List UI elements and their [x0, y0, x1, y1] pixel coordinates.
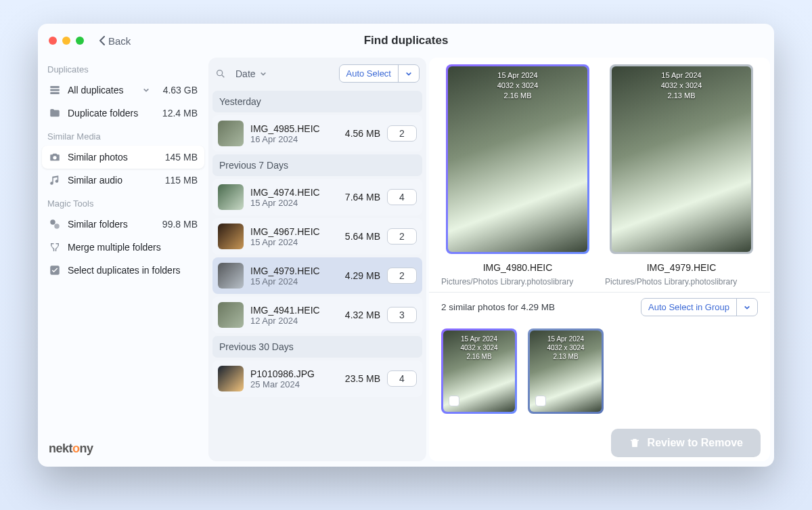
item-size: 23.5 MB — [345, 373, 380, 384]
sidebar-item-label: Select duplicates in folders — [68, 265, 198, 276]
chevron-down-icon — [405, 70, 412, 77]
image-path: Pictures/Photos Library.photoslibrary — [605, 273, 758, 292]
item-name: IMG_4985.HEIC — [250, 123, 338, 134]
fullscreen-window-button[interactable] — [76, 37, 84, 45]
item-size: 5.64 MB — [345, 231, 380, 242]
item-date: 16 Apr 2024 — [250, 134, 338, 144]
select-checkbox[interactable] — [535, 396, 546, 406]
sidebar-item-value: 145 MB — [165, 152, 198, 163]
list-item[interactable]: P1010986.JPG 25 Mar 2024 23.5 MB 4 — [212, 360, 422, 397]
group-header: Previous 7 Days — [212, 154, 422, 176]
sidebar-section-similar-media: Similar Media — [42, 125, 204, 146]
meta-size: 2.13 MB — [612, 91, 751, 101]
group-thumb[interactable]: 15 Apr 2024 4032 x 3024 2.16 MB — [441, 328, 517, 414]
item-count[interactable]: 2 — [387, 125, 417, 142]
image-name: IMG_4979.HEIC — [647, 262, 717, 273]
meta-date: 15 Apr 2024 — [612, 70, 751, 81]
meta-dimensions: 4032 x 3024 — [448, 81, 587, 91]
meta-date: 15 Apr 2024 — [443, 335, 515, 343]
similar-folders-icon — [49, 218, 61, 230]
sidebar-item-all-duplicates[interactable]: All duplicates 4.63 GB — [42, 79, 204, 102]
thumb-meta: 15 Apr 2024 4032 x 3024 2.16 MB — [443, 335, 515, 361]
item-date: 25 Mar 2024 — [250, 379, 338, 389]
auto-select-split-button: Auto Select — [339, 64, 420, 83]
item-count[interactable]: 4 — [387, 189, 417, 205]
close-window-button[interactable] — [49, 37, 57, 45]
svg-point-5 — [54, 224, 60, 229]
back-button[interactable]: Back — [99, 35, 131, 47]
svg-point-3 — [53, 156, 56, 159]
list-item[interactable]: IMG_4974.HEIC 15 Apr 2024 7.64 MB 4 — [212, 179, 422, 215]
preview-frame-right[interactable]: 15 Apr 2024 4032 x 3024 2.13 MB — [610, 64, 753, 254]
merge-icon — [49, 241, 61, 253]
sidebar-section-magic-tools: Magic Tools — [42, 192, 204, 213]
trash-icon — [629, 437, 641, 449]
sidebar-item-label: Similar folders — [68, 219, 156, 230]
select-checkbox[interactable] — [449, 396, 459, 406]
list-icon — [49, 84, 61, 96]
sidebar-item-label: All duplicates — [68, 85, 136, 95]
meta-size: 2.16 MB — [443, 352, 515, 361]
list-item[interactable]: IMG_4967.HEIC 15 Apr 2024 5.64 MB 2 — [212, 218, 422, 255]
preview-image: 15 Apr 2024 4032 x 3024 2.16 MB — [448, 66, 587, 252]
chevron-left-icon — [99, 36, 106, 45]
list-toolbar: Date Auto Select — [208, 58, 426, 88]
group-list[interactable]: Yesterday IMG_4985.HEIC 16 Apr 2024 4.56… — [208, 88, 426, 405]
image-meta-overlay: 15 Apr 2024 4032 x 3024 2.13 MB — [612, 70, 751, 101]
auto-select-group-menu-button[interactable] — [736, 299, 757, 316]
sidebar-item-duplicate-folders[interactable]: Duplicate folders 12.4 MB — [42, 102, 204, 125]
window-title: Find duplicates — [38, 34, 774, 47]
sort-button[interactable]: Date — [231, 66, 271, 82]
list-item[interactable]: IMG_4941.HEIC 12 Apr 2024 4.32 MB 3 — [212, 297, 422, 333]
list-item[interactable]: IMG_4985.HEIC 16 Apr 2024 4.56 MB 2 — [212, 115, 422, 152]
preview-frame-left[interactable]: 15 Apr 2024 4032 x 3024 2.16 MB — [446, 64, 589, 254]
item-name: P1010986.JPG — [250, 368, 338, 379]
sidebar-item-label: Similar photos — [68, 152, 158, 163]
group-thumb[interactable]: 15 Apr 2024 4032 x 3024 2.13 MB — [528, 328, 604, 414]
item-date: 15 Apr 2024 — [250, 198, 338, 208]
check-square-icon — [49, 264, 61, 276]
search-icon[interactable] — [215, 68, 226, 79]
sidebar-section-duplicates: Duplicates — [42, 58, 204, 79]
sidebar-item-similar-audio[interactable]: Similar audio 115 MB — [42, 169, 204, 192]
sidebar: Duplicates All duplicates 4.63 GB Duplic… — [38, 58, 208, 467]
meta-date: 15 Apr 2024 — [448, 70, 587, 81]
compare-row: 15 Apr 2024 4032 x 3024 2.16 MB IMG_4980… — [429, 58, 770, 273]
item-date: 12 Apr 2024 — [250, 316, 338, 326]
group-header: Yesterday — [212, 91, 422, 112]
group-thumbnails: 15 Apr 2024 4032 x 3024 2.16 MB 15 Apr 2… — [429, 322, 770, 421]
thumbnail — [218, 263, 244, 289]
item-count[interactable]: 3 — [387, 307, 417, 323]
auto-select-button[interactable]: Auto Select — [340, 65, 399, 82]
group-info: 2 similar photos for 4.29 MB — [441, 302, 641, 312]
item-count[interactable]: 2 — [387, 228, 417, 245]
titlebar: Back Find duplicates — [38, 24, 774, 58]
detail-footer: Review to Remove — [429, 421, 770, 461]
sidebar-item-select-in-folders[interactable]: Select duplicates in folders — [42, 259, 204, 282]
svg-rect-1 — [50, 89, 60, 91]
chevron-down-icon — [260, 70, 267, 77]
list-item[interactable]: IMG_4979.HEIC 15 Apr 2024 4.29 MB 2 — [212, 257, 422, 294]
image-name: IMG_4980.HEIC — [483, 262, 553, 273]
auto-select-group-button[interactable]: Auto Select in Group — [641, 299, 736, 316]
brand-text: nekt — [49, 442, 72, 455]
sidebar-item-merge-folders[interactable]: Merge multiple folders — [42, 236, 204, 259]
thumb-image: 15 Apr 2024 4032 x 3024 2.13 MB — [530, 331, 602, 412]
item-size: 4.56 MB — [345, 128, 380, 139]
meta-dimensions: 4032 x 3024 — [443, 343, 515, 352]
meta-size: 2.16 MB — [448, 91, 587, 101]
sidebar-item-label: Similar audio — [68, 175, 158, 186]
review-to-remove-button[interactable]: Review to Remove — [611, 429, 761, 457]
item-name: IMG_4941.HEIC — [250, 305, 338, 316]
sidebar-item-label: Merge multiple folders — [68, 242, 198, 253]
minimize-window-button[interactable] — [62, 37, 70, 45]
item-count[interactable]: 2 — [387, 268, 417, 284]
app-window: Back Find duplicates Duplicates All dupl… — [38, 24, 774, 467]
auto-select-menu-button[interactable] — [398, 65, 419, 82]
item-name: IMG_4974.HEIC — [250, 187, 338, 198]
sidebar-item-similar-folders[interactable]: Similar folders 99.8 MB — [42, 213, 204, 236]
sidebar-item-similar-photos[interactable]: Similar photos 145 MB — [42, 146, 204, 169]
item-count[interactable]: 4 — [387, 370, 417, 387]
item-size: 7.64 MB — [345, 192, 380, 203]
chevron-down-icon — [744, 304, 750, 311]
